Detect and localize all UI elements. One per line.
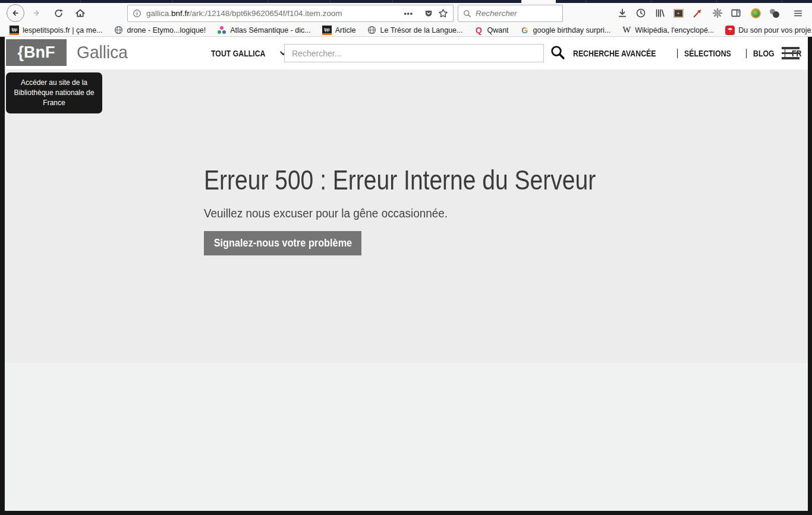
forward-icon (32, 8, 41, 18)
report-problem-label: Signalez-nous votre problème (213, 237, 351, 249)
library-button[interactable] (651, 4, 669, 22)
history-clock-icon (635, 8, 646, 18)
red-arrow-icon (692, 8, 703, 18)
bookmark-label: Le Trésor de la Langue... (380, 26, 462, 34)
scope-label: TOUT GALLICA (211, 49, 266, 58)
bookmark-label: Qwant (487, 26, 508, 34)
search-icon[interactable] (550, 45, 565, 60)
bookmark-item[interactable]: Le Trésor de la Langue... (367, 26, 462, 35)
url-subdomain: gallica. (146, 9, 171, 18)
forward-button[interactable] (27, 4, 45, 22)
home-icon (75, 8, 86, 18)
nav-separator (677, 49, 678, 58)
bookmark-label: drone - Etymo...logique! (127, 26, 206, 34)
bookmark-star-icon[interactable] (438, 8, 448, 18)
url-text: gallica.bnf.fr/ark:/12148/bpt6k9620654f/… (146, 9, 400, 18)
bookmark-label: google birthday surpri... (533, 26, 611, 34)
browser-toolbar: gallica.bnf.fr/ark:/12148/bpt6k9620654f/… (0, 3, 812, 24)
back-button[interactable] (7, 4, 24, 22)
download-button[interactable] (613, 4, 631, 22)
bookmark-item[interactable]: drone - Etymo...logique! (114, 26, 206, 35)
back-icon (11, 8, 20, 18)
nav-blog[interactable]: BLOG (753, 49, 775, 58)
page-actions-icon[interactable]: ••• (404, 10, 413, 18)
bookmark-item[interactable]: lpplespetitspois.fr | ça me... (10, 26, 103, 35)
home-button[interactable] (71, 4, 89, 22)
page-lower-section (5, 363, 808, 511)
gallica-brand[interactable]: Gallica (77, 43, 128, 62)
info-icon[interactable] (133, 9, 141, 18)
gear-icon (712, 8, 723, 18)
gallica-page: {BnF Gallica TOUT GALLICA RECHERCHE AVAN… (5, 37, 808, 511)
bookmark-item[interactable]: lppArticle (322, 26, 356, 35)
qwant-favicon-icon: Q (474, 26, 483, 35)
bookmark-label: lespetitspois.fr | ça me... (23, 26, 103, 34)
browser-search-input[interactable] (476, 9, 547, 18)
bookmark-item[interactable]: Ggoogle birthday surpri... (520, 26, 611, 35)
bookmark-label: Article (335, 26, 356, 34)
gallica-menu-icon[interactable] (782, 47, 800, 59)
nav-recherche-avancee[interactable]: RECHERCHE AVANCÉE (573, 49, 656, 58)
spheres-addon-icon (769, 8, 780, 18)
nav-selections[interactable]: SÉLECTIONS (684, 49, 731, 58)
wikipedia-favicon-icon: W (622, 26, 631, 35)
lpp-favicon-icon: lpp (10, 26, 19, 35)
globe-favicon-icon (367, 26, 376, 35)
image-addon-icon: + (673, 9, 684, 18)
url-path: /ark:/12148/bpt6k9620654f/f104.item.zoom (190, 9, 342, 18)
bookmark-item[interactable]: WWikipédia, l'encyclopé... (622, 26, 714, 35)
url-domain: bnf.fr (171, 9, 190, 18)
globe-addon-button[interactable] (747, 4, 764, 22)
bnf-logo[interactable]: {BnF (6, 39, 67, 66)
screenshot-addon-button[interactable]: + (669, 4, 687, 22)
pocket-icon[interactable] (424, 9, 433, 18)
gear-addon-button[interactable] (709, 4, 726, 22)
google-favicon-icon: G (520, 26, 530, 35)
bookmark-label: Atlas Sémantique - dic... (230, 26, 310, 34)
report-problem-button[interactable]: Signalez-nous votre problème (204, 231, 361, 255)
url-bar[interactable]: gallica.bnf.fr/ark:/12148/bpt6k9620654f/… (127, 5, 454, 22)
menu-icon (793, 8, 803, 18)
reload-button[interactable] (49, 4, 67, 22)
bookmark-item[interactable]: ☂Du son pour vos proje... (725, 26, 812, 35)
bnf-tooltip: Accéder au site de la Bibliothèque natio… (6, 72, 102, 113)
browser-search-bar[interactable] (458, 5, 563, 22)
content-frame: {BnF Gallica TOUT GALLICA RECHERCHE AVAN… (0, 37, 812, 515)
sidebar-icon (731, 8, 741, 18)
screen: gallica.bnf.fr/ark:/12148/bpt6k9620654f/… (0, 0, 812, 515)
globe-favicon-icon (114, 26, 124, 35)
gallica-nav: RECHERCHE AVANCÉE SÉLECTIONS BLOG FR (573, 37, 808, 69)
download-icon (617, 8, 628, 18)
gallica-search-input[interactable] (284, 44, 544, 62)
error-title: Erreur 500 : Erreur Interne du Serveur (204, 163, 596, 196)
bookmark-item[interactable]: QQwant (474, 26, 508, 35)
search-icon (463, 10, 471, 18)
history-button[interactable] (632, 4, 650, 22)
red-arrow-addon-button[interactable] (688, 4, 706, 22)
gallica-header: {BnF Gallica TOUT GALLICA RECHERCHE AVAN… (5, 37, 808, 69)
sidebar-button[interactable] (727, 4, 745, 22)
lpp-favicon-icon: lpp (322, 26, 332, 35)
bookmark-label: Wikipédia, l'encyclopé... (635, 26, 714, 34)
bookmarks-bar: lpplespetitspois.fr | ça me... drone - E… (0, 24, 812, 37)
globe-addon-icon (751, 8, 761, 18)
error-subtitle: Veuillez nous excuser pour la gêne occas… (204, 207, 448, 220)
reload-icon (53, 8, 64, 18)
scope-selector[interactable]: TOUT GALLICA (211, 37, 287, 69)
nav-separator (746, 49, 747, 58)
spheres-addon-button[interactable] (766, 4, 783, 22)
atlas-favicon-icon (217, 26, 226, 35)
avira-favicon-icon: ☂ (725, 26, 735, 35)
library-icon (654, 8, 665, 18)
bookmark-item[interactable]: Atlas Sémantique - dic... (217, 26, 310, 35)
browser-menu-button[interactable] (789, 4, 807, 22)
bookmark-label: Du son pour vos proje... (738, 26, 812, 34)
